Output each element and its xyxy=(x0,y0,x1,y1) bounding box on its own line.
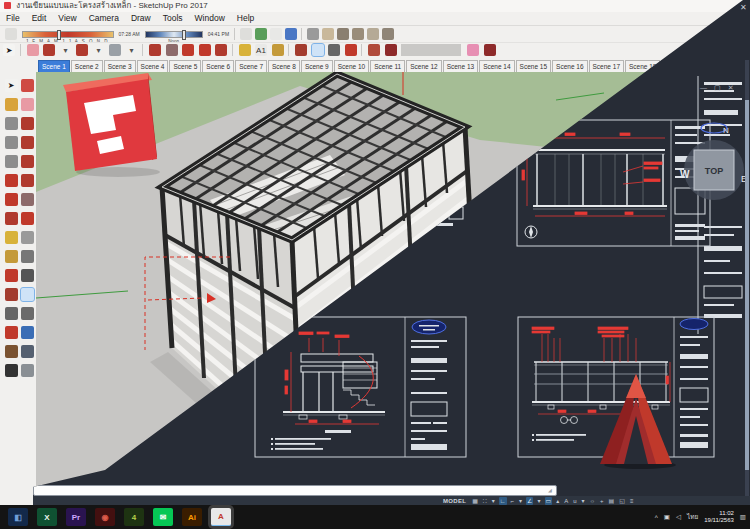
scrollbar-thumb[interactable] xyxy=(745,100,749,470)
house-outline-icon[interactable] xyxy=(367,28,379,40)
circle-tool-icon[interactable] xyxy=(109,44,121,56)
scene-tab[interactable]: Scene 7 xyxy=(235,60,267,72)
menu-item[interactable]: Tools xyxy=(157,13,189,23)
extension-warehouse-icon[interactable] xyxy=(484,44,496,56)
menu-item[interactable]: Help xyxy=(231,13,260,23)
customize-icon[interactable]: ≡ xyxy=(629,497,635,505)
person-import-icon[interactable] xyxy=(285,28,297,40)
image-export-icon[interactable] xyxy=(255,28,267,40)
eraser-tool-icon[interactable] xyxy=(21,98,34,111)
crosshair-icon[interactable]: + xyxy=(599,497,605,505)
paint-bucket-icon[interactable] xyxy=(5,98,18,111)
minimize-button[interactable]: — xyxy=(700,84,707,92)
polygon-tool-icon[interactable] xyxy=(5,155,18,168)
taskbar-app-excel[interactable]: X xyxy=(37,508,57,526)
photo-textures-icon[interactable] xyxy=(385,44,397,56)
ortho-icon[interactable]: ∟ xyxy=(499,497,507,505)
text-tool-icon[interactable] xyxy=(21,250,34,263)
orbit-tool-icon[interactable] xyxy=(5,288,18,301)
menu-item[interactable]: View xyxy=(52,13,82,23)
send-to-layout-icon[interactable] xyxy=(467,44,479,56)
add-location-icon[interactable] xyxy=(368,44,380,56)
make-component-icon[interactable] xyxy=(21,79,34,92)
taskbar-app-premiere[interactable]: Pr xyxy=(66,508,86,526)
protractor-tool-icon[interactable] xyxy=(5,250,18,263)
push-pull-tool-icon[interactable] xyxy=(21,174,34,187)
scene-tab[interactable]: Scene 16 xyxy=(552,60,587,72)
hardware-accel-icon[interactable]: ▤ xyxy=(608,497,616,505)
close-button[interactable]: ✕ xyxy=(728,84,734,92)
scene-tab[interactable]: Scene 3 xyxy=(104,60,136,72)
workspace-icon[interactable]: ☼ xyxy=(589,497,597,505)
taskbar-app-autocad[interactable]: A xyxy=(211,508,231,526)
scene-tab[interactable]: Scene 2 xyxy=(71,60,103,72)
annotation-visibility-icon[interactable]: ▴ xyxy=(555,497,560,505)
scene-tab[interactable]: Scene 6 xyxy=(202,60,234,72)
annotation-scale-icon[interactable]: A xyxy=(563,497,569,505)
taskbar-app-explorer[interactable]: ◧ xyxy=(8,508,28,526)
shadow-toggle-icon[interactable] xyxy=(5,28,17,40)
arc-tool-icon[interactable] xyxy=(21,136,34,149)
warehouse-icon[interactable] xyxy=(352,28,364,40)
scene-tab[interactable]: Scene 15 xyxy=(516,60,551,72)
taskbar-app-4[interactable]: 4 xyxy=(124,508,144,526)
menu-item[interactable]: File xyxy=(0,13,26,23)
rotate-tool-icon[interactable] xyxy=(5,193,18,206)
taskbar-app-sketchup[interactable]: ◉ xyxy=(95,508,115,526)
scene-tab[interactable]: Scene 4 xyxy=(137,60,169,72)
menu-item[interactable]: Camera xyxy=(83,13,125,23)
rectangle-tool-icon[interactable] xyxy=(5,117,18,130)
look-around-tool-icon[interactable] xyxy=(21,345,34,358)
move-tool-icon[interactable] xyxy=(182,44,194,56)
line-tool-icon[interactable] xyxy=(21,117,34,130)
protractor-tool-icon[interactable] xyxy=(272,44,284,56)
offset-tool-icon[interactable] xyxy=(21,212,34,225)
select-tool-icon[interactable]: ➤ xyxy=(3,44,15,56)
previous-view-tool-icon[interactable] xyxy=(21,326,34,339)
move-tool-icon[interactable] xyxy=(5,174,18,187)
taskbar-app-illustrator[interactable]: Ai xyxy=(182,508,202,526)
restore-button[interactable]: ▢ xyxy=(714,84,721,92)
snap-dropdown-icon[interactable]: ▾ xyxy=(491,497,496,505)
freehand-dropdown-icon[interactable]: ▾ xyxy=(93,44,105,56)
dimension-tool-icon[interactable] xyxy=(21,231,34,244)
language-indicator[interactable]: ไทย xyxy=(687,512,698,522)
scale-tool-icon[interactable] xyxy=(215,44,227,56)
people-icon[interactable] xyxy=(307,28,319,40)
shadow-toggle-icon[interactable] xyxy=(240,28,252,40)
shadow-time-slider[interactable]: Noon xyxy=(145,31,203,38)
freehand-tool-icon[interactable] xyxy=(76,44,88,56)
push-pull-tool-icon[interactable] xyxy=(149,44,161,56)
snap-mode-icon[interactable]: ∷ xyxy=(482,497,488,505)
freehand-tool-icon[interactable] xyxy=(21,155,34,168)
command-input[interactable]: ◢ xyxy=(33,485,557,496)
shadow-date-slider[interactable]: J F M A M J J A S O N D xyxy=(22,31,114,38)
close-icon[interactable]: ✕ xyxy=(740,3,747,12)
scene-tab[interactable]: Scene 1 xyxy=(38,60,70,72)
3d-text-tool-icon[interactable] xyxy=(21,269,34,282)
tape-measure-tool-icon[interactable] xyxy=(5,231,18,244)
tape-measure-tool-icon[interactable] xyxy=(239,44,251,56)
menu-item[interactable]: Draw xyxy=(125,13,157,23)
walk-tool-icon[interactable] xyxy=(5,364,18,377)
vertical-scrollbar[interactable] xyxy=(745,60,749,500)
shed-icon[interactable] xyxy=(382,28,394,40)
eraser-tool-icon[interactable] xyxy=(27,44,39,56)
zoom-tool-icon[interactable] xyxy=(328,44,340,56)
units-icon[interactable]: u xyxy=(572,497,577,505)
new-page-icon[interactable] xyxy=(270,28,282,40)
scene-tab[interactable]: Scene 13 xyxy=(443,60,478,72)
zoom-extents-tool-icon[interactable] xyxy=(5,326,18,339)
scene-tab[interactable]: Scene 14 xyxy=(479,60,514,72)
polar-dropdown-icon[interactable]: ▾ xyxy=(518,497,523,505)
axes-tool-icon[interactable] xyxy=(5,269,18,282)
line-dropdown-icon[interactable]: ▾ xyxy=(60,44,72,56)
zoom-tool-icon[interactable] xyxy=(5,307,18,320)
taskbar-app-line[interactable]: ✉ xyxy=(153,508,173,526)
scene-tab[interactable]: Scene 11 xyxy=(370,60,405,72)
circle-dropdown-icon[interactable]: ▾ xyxy=(126,44,138,56)
select-tool-icon[interactable]: ➤ xyxy=(5,79,18,92)
section-plane-tool-icon[interactable] xyxy=(21,364,34,377)
network-icon[interactable]: ▣ xyxy=(664,513,670,521)
polar-tracking-icon[interactable]: ⌐ xyxy=(510,497,516,505)
